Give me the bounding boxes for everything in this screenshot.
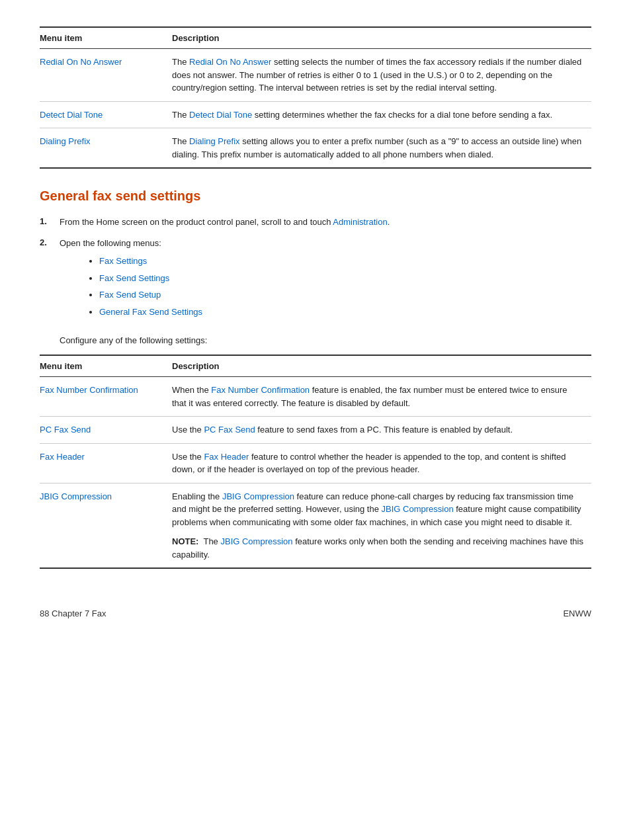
table-row: Fax Number Confirmation When the Fax Num…: [40, 377, 591, 417]
table1-col1-header: Menu item: [40, 27, 172, 49]
link-jbig-compression-3[interactable]: JBIG Compression: [220, 536, 292, 546]
desc-fax-number-confirmation: When the Fax Number Confirmation feature…: [172, 377, 591, 417]
note-label: NOTE:: [172, 536, 198, 546]
table-row: Redial On No Answer The Redial On No Ans…: [40, 49, 591, 102]
bullet-general-fax-send-settings: General Fax Send Settings: [99, 306, 591, 319]
link-pc-fax-send[interactable]: PC Fax Send: [204, 425, 255, 435]
link-jbig-compression-1[interactable]: JBIG Compression: [222, 491, 294, 501]
link-redial-no-answer[interactable]: Redial On No Answer: [189, 57, 271, 67]
bullet-fax-send-settings: Fax Send Settings: [99, 272, 591, 285]
menu-item-jbig-compression[interactable]: JBIG Compression: [40, 483, 172, 568]
link-fax-header[interactable]: Fax Header: [204, 452, 249, 462]
bullet-fax-send-setup: Fax Send Setup: [99, 288, 591, 302]
bullet-fax-settings: Fax Settings: [99, 255, 591, 268]
link-general-fax-send-settings[interactable]: General Fax Send Settings: [99, 307, 202, 317]
desc-dialing-prefix: The Dialing Prefix setting allows you to…: [172, 128, 591, 169]
table2-col1-header: Menu item: [40, 355, 172, 377]
link-fax-send-setup[interactable]: Fax Send Setup: [99, 290, 161, 300]
table-row: Fax Header Use the Fax Header feature to…: [40, 443, 591, 483]
link-dialing-prefix[interactable]: Dialing Prefix: [189, 136, 240, 146]
link-fax-settings[interactable]: Fax Settings: [99, 256, 147, 266]
table-2: Menu item Description Fax Number Confirm…: [40, 355, 591, 569]
step-2: 2. Open the following menus: Fax Setting…: [40, 237, 591, 324]
step-1-content: From the Home screen on the product cont…: [60, 216, 591, 229]
step-1-number: 1.: [40, 216, 60, 226]
menu-item-detect-dial-tone[interactable]: Detect Dial Tone: [40, 101, 172, 128]
menu-item-pc-fax-send[interactable]: PC Fax Send: [40, 417, 172, 444]
link-fax-number-confirmation[interactable]: Fax Number Confirmation: [211, 385, 310, 395]
link-jbig-compression-2[interactable]: JBIG Compression: [382, 504, 454, 514]
steps-list: 1. From the Home screen on the product c…: [40, 216, 591, 323]
table1-col2-header: Description: [172, 27, 591, 49]
desc-jbig-compression: Enabling the JBIG Compression feature ca…: [172, 483, 591, 568]
link-detect-dial-tone[interactable]: Detect Dial Tone: [189, 110, 252, 120]
footer-left: 88 Chapter 7 Fax: [40, 609, 106, 618]
desc-pc-fax-send: Use the PC Fax Send feature to send faxe…: [172, 417, 591, 444]
page-footer: 88 Chapter 7 Fax ENWW: [40, 609, 591, 618]
step-2-number: 2.: [40, 237, 60, 247]
table-row: JBIG Compression Enabling the JBIG Compr…: [40, 483, 591, 568]
table-row: Detect Dial Tone The Detect Dial Tone se…: [40, 101, 591, 128]
table-row: Dialing Prefix The Dialing Prefix settin…: [40, 128, 591, 169]
configure-text: Configure any of the following settings:: [60, 335, 591, 345]
table-row: PC Fax Send Use the PC Fax Send feature …: [40, 417, 591, 444]
step-2-content: Open the following menus: Fax Settings F…: [60, 237, 591, 324]
desc-redial-no-answer: The Redial On No Answer setting selects …: [172, 49, 591, 102]
desc-fax-header: Use the Fax Header feature to control wh…: [172, 443, 591, 483]
footer-right: ENWW: [563, 609, 591, 618]
desc-detect-dial-tone: The Detect Dial Tone setting determines …: [172, 101, 591, 128]
menu-item-fax-number-confirmation[interactable]: Fax Number Confirmation: [40, 377, 172, 417]
table2-col2-header: Description: [172, 355, 591, 377]
menu-item-redial-no-answer[interactable]: Redial On No Answer: [40, 49, 172, 102]
menu-item-dialing-prefix[interactable]: Dialing Prefix: [40, 128, 172, 169]
step-1: 1. From the Home screen on the product c…: [40, 216, 591, 229]
link-fax-send-settings[interactable]: Fax Send Settings: [99, 273, 169, 283]
section-heading: General fax send settings: [40, 189, 591, 204]
link-administration[interactable]: Administration: [333, 217, 387, 227]
table-1: Menu item Description Redial On No Answe…: [40, 26, 591, 169]
menu-item-fax-header[interactable]: Fax Header: [40, 443, 172, 483]
bullet-list: Fax Settings Fax Send Settings Fax Send …: [79, 255, 591, 318]
